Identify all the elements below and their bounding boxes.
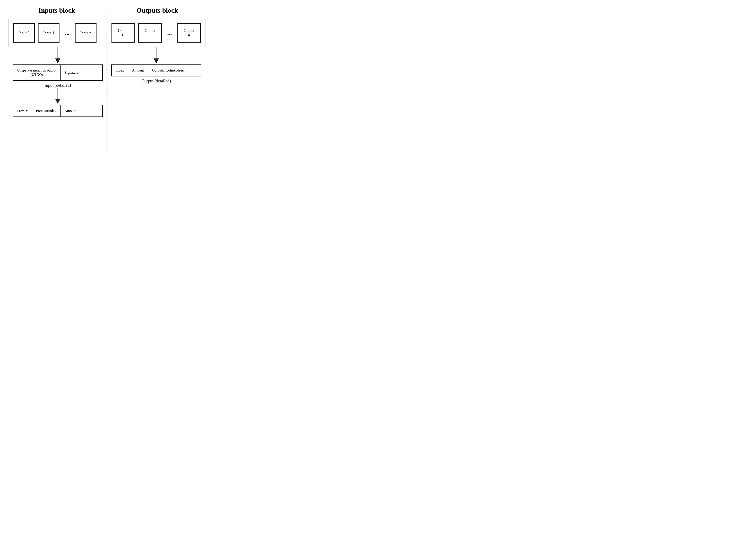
amount-cell: Amount: [128, 65, 148, 76]
signature-cell: Signature: [61, 65, 82, 80]
middle-section: Unspent transaction output(UTXO) Signatu…: [9, 47, 205, 88]
output-detail-col: Index Amount OutputBitcoinAddress Output…: [107, 47, 205, 88]
input-box-n: Input n: [75, 23, 96, 42]
prevtx-cell: PrevTx: [13, 105, 32, 117]
inputs-outer-box: Input 0 Input 1 ... Input n: [9, 19, 107, 47]
output-arrow: [150, 47, 163, 65]
outputs-block-title: Outputs block: [107, 6, 205, 14]
inputs-ellipsis: ...: [63, 30, 72, 36]
svg-marker-5: [55, 99, 60, 104]
bottom-section: PrevTx PrevOutIndex Amount: [9, 88, 205, 117]
utxo-arrow: [51, 88, 64, 105]
svg-marker-1: [55, 58, 60, 63]
input-box-0: Input 0: [13, 23, 35, 42]
output-bitcoin-address-cell: OutputBitcoinAddress: [148, 65, 189, 76]
utxo-cell: Unspent transaction output(UTXO): [13, 65, 61, 80]
output-detail-label: Output (detailed): [142, 79, 171, 83]
output-box-0: Output 0: [112, 23, 135, 42]
input-detail-label: Input (detailed): [44, 83, 71, 88]
input-detail-col: Unspent transaction output(UTXO) Signatu…: [9, 47, 107, 88]
input-box-1: Input 1: [38, 23, 60, 42]
output-box-1: Output 1: [138, 23, 162, 42]
output-detail-box: Index Amount OutputBitcoinAddress: [111, 65, 201, 76]
index-cell: Index: [112, 65, 128, 76]
outputs-outer-box: Output 0 Output 1 ... Output n: [107, 19, 205, 47]
outputs-ellipsis: ...: [165, 30, 174, 36]
input-detail-box: Unspent transaction output(UTXO) Signatu…: [13, 65, 103, 81]
utxo-detail-col: PrevTx PrevOutIndex Amount: [9, 88, 107, 117]
prevoutindex-cell: PrevOutIndex: [32, 105, 61, 117]
utxo-detail-box: PrevTx PrevOutIndex Amount: [13, 105, 103, 117]
inputs-block-title: Inputs block: [9, 6, 107, 14]
page-container: Inputs block Outputs block Input 0 Input…: [9, 6, 205, 117]
utxo-amount-cell: Amount: [61, 105, 80, 117]
svg-marker-3: [154, 58, 159, 63]
output-box-n: Output n: [177, 23, 201, 42]
titles-row: Inputs block Outputs block: [9, 6, 205, 14]
main-block-row: Input 0 Input 1 ... Input n Output 0 Out…: [9, 19, 205, 47]
input-arrow: [51, 47, 64, 65]
bottom-right-placeholder: [107, 88, 205, 117]
